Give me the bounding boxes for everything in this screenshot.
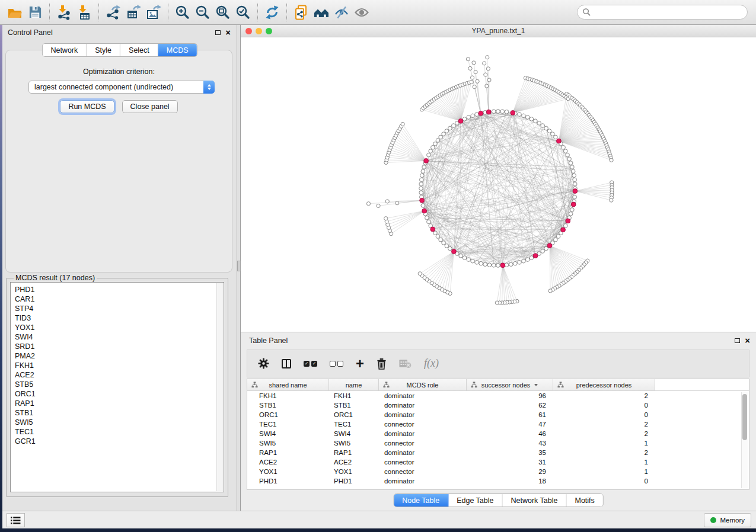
network-node[interactable] (448, 246, 452, 251)
column-header-predecessor-nodes[interactable]: predecessor nodes (553, 379, 655, 390)
task-history-button[interactable] (7, 513, 25, 527)
network-node[interactable] (476, 79, 479, 83)
table-row[interactable]: STB1STB1dominator620 (247, 400, 749, 410)
tab-style[interactable]: Style (87, 44, 120, 56)
table-row[interactable]: PHD1PHD1dominator180 (247, 476, 749, 486)
network-node[interactable] (505, 110, 509, 114)
network-node[interactable] (525, 116, 529, 120)
network-node[interactable] (439, 238, 443, 242)
table-row[interactable]: ORC1ORC1dominator610 (247, 410, 749, 419)
network-node[interactable] (442, 241, 446, 245)
network-node[interactable] (429, 149, 433, 153)
network-from-document-button[interactable] (291, 2, 311, 23)
export-image-button[interactable] (143, 2, 164, 23)
network-node[interactable] (522, 259, 526, 263)
network-node[interactable] (419, 182, 423, 186)
network-node[interactable] (419, 191, 423, 195)
network-hub-node[interactable] (422, 209, 427, 213)
tab-network[interactable]: Network (42, 44, 87, 56)
network-node[interactable] (479, 261, 483, 265)
network-node[interactable] (462, 256, 467, 260)
refresh-view-button[interactable] (262, 2, 282, 23)
network-node[interactable] (496, 110, 500, 114)
network-node[interactable] (529, 117, 534, 121)
network-node[interactable] (570, 208, 575, 212)
network-hub-node[interactable] (533, 254, 538, 258)
network-node[interactable] (471, 259, 475, 263)
column-header-name[interactable]: name (329, 379, 379, 390)
network-node[interactable] (492, 264, 496, 268)
network-node[interactable] (486, 67, 490, 70)
network-node[interactable] (452, 124, 456, 128)
import-network-button[interactable] (54, 2, 74, 23)
deselect-all-button[interactable] (330, 361, 343, 367)
memory-button[interactable]: Memory (704, 513, 751, 527)
network-hub-node[interactable] (547, 243, 552, 248)
network-node[interactable] (570, 165, 575, 169)
network-node[interactable] (418, 272, 422, 275)
show-graphics-details-button[interactable] (352, 2, 372, 23)
network-node[interactable] (472, 61, 476, 65)
table-row[interactable]: TEC1TEC1connector472 (247, 419, 749, 429)
network-node[interactable] (551, 132, 555, 136)
network-node[interactable] (483, 262, 487, 267)
add-row-button[interactable]: + (356, 358, 364, 370)
mcds-list-scrollbar[interactable] (216, 283, 223, 491)
maximize-window-light[interactable] (266, 28, 272, 34)
network-node[interactable] (569, 161, 573, 165)
network-hub-node[interactable] (479, 111, 483, 116)
open-file-button[interactable] (5, 2, 25, 23)
network-node[interactable] (420, 178, 424, 182)
network-node[interactable] (470, 80, 473, 84)
optimization-criterion-select[interactable]: largest connected component (undirected) (28, 81, 215, 94)
network-node[interactable] (556, 235, 560, 239)
table-row[interactable]: SWI4SWI4dominator462 (247, 429, 749, 438)
network-node[interactable] (473, 85, 476, 89)
network-node[interactable] (513, 261, 518, 265)
network-node[interactable] (366, 202, 370, 206)
tab-mcds[interactable]: MCDS (158, 44, 197, 56)
close-panel-button[interactable]: Close panel (122, 100, 178, 113)
network-node[interactable] (541, 249, 545, 254)
network-node[interactable] (518, 261, 522, 265)
network-canvas[interactable] (241, 37, 756, 332)
network-node[interactable] (467, 116, 471, 120)
network-node[interactable] (439, 135, 443, 139)
network-node[interactable] (395, 201, 399, 205)
tab-node-table[interactable]: Node Table (394, 494, 448, 507)
float-table-panel-icon[interactable] (735, 338, 740, 343)
network-node[interactable] (492, 110, 496, 114)
network-node[interactable] (505, 263, 509, 267)
column-header-shared-name[interactable]: shared name (247, 379, 329, 390)
home-button[interactable] (311, 2, 331, 23)
mcds-result-item[interactable]: STB1 (15, 408, 224, 418)
network-hub-node[interactable] (486, 110, 491, 114)
network-node[interactable] (442, 132, 446, 136)
mcds-result-item[interactable]: TEC1 (15, 427, 224, 437)
mcds-result-item[interactable]: SWI4 (15, 332, 224, 342)
tab-select[interactable]: Select (120, 44, 158, 56)
zoom-selected-button[interactable] (233, 2, 253, 23)
network-node[interactable] (466, 57, 470, 61)
mcds-result-item[interactable]: PHD1 (15, 285, 224, 294)
table-scrollbar-thumb[interactable] (742, 394, 747, 440)
network-node[interactable] (425, 216, 429, 220)
tab-motifs[interactable]: Motifs (566, 494, 602, 507)
mcds-result-item[interactable]: TID3 (15, 313, 224, 323)
network-node[interactable] (427, 153, 431, 157)
network-node[interactable] (529, 256, 534, 260)
network-node[interactable] (475, 113, 479, 117)
network-node[interactable] (573, 178, 577, 182)
hide-graphics-details-button[interactable] (331, 2, 352, 23)
network-node[interactable] (534, 119, 538, 123)
network-node[interactable] (564, 224, 568, 228)
zoom-out-button[interactable] (193, 2, 213, 23)
network-node[interactable] (384, 217, 388, 220)
select-all-button[interactable]: ✓✓ (304, 361, 317, 367)
mcds-result-item[interactable]: FKH1 (15, 361, 224, 370)
zoom-fit-button[interactable] (213, 2, 233, 23)
mcds-result-item[interactable]: SWI5 (15, 418, 224, 427)
network-node[interactable] (518, 113, 522, 117)
close-table-panel-icon[interactable]: × (745, 338, 750, 344)
network-node[interactable] (462, 117, 467, 121)
